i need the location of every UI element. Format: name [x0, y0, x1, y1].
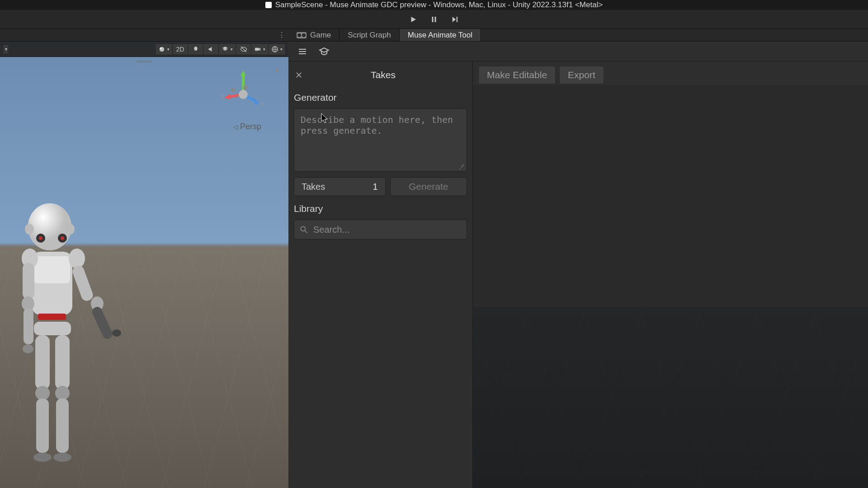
svg-point-16	[231, 88, 236, 92]
muse-toolbar	[288, 42, 868, 61]
make-editable-button[interactable]: Make Editable	[478, 66, 556, 84]
svg-point-47	[53, 453, 71, 462]
hamburger-icon	[297, 46, 308, 57]
svg-rect-27	[34, 256, 70, 283]
camera-dropdown[interactable]: ▾	[251, 43, 269, 55]
pause-button[interactable]	[428, 13, 440, 26]
preview-column: Make Editable Export	[473, 61, 868, 488]
audio-icon	[208, 46, 215, 53]
svg-rect-32	[24, 308, 33, 344]
orientation-gizmo[interactable]: y x z	[221, 70, 266, 115]
projection-label[interactable]: Persp	[233, 122, 261, 131]
takes-title: Takes	[312, 70, 454, 80]
svg-point-14	[239, 90, 248, 99]
overlay-drag-handle[interactable]	[137, 61, 152, 62]
step-button[interactable]	[448, 13, 461, 26]
vr-goggles-icon	[297, 32, 307, 38]
generator-label: Generator	[294, 92, 467, 103]
globe-icon	[271, 46, 278, 53]
svg-point-15	[243, 85, 248, 90]
svg-point-34	[69, 249, 85, 268]
2d-toggle[interactable]: 2D	[173, 43, 188, 55]
layers-icon	[222, 46, 229, 53]
playback-controls	[0, 10, 868, 29]
preview-viewport[interactable]	[473, 85, 868, 488]
svg-point-45	[55, 386, 70, 400]
character-robot	[9, 168, 136, 484]
lighting-toggle[interactable]	[188, 43, 203, 55]
svg-rect-40	[35, 335, 50, 389]
svg-marker-12	[254, 99, 259, 105]
svg-rect-3	[255, 47, 259, 51]
tab-muse-animate[interactable]: Muse Animate Tool	[400, 29, 481, 41]
svg-rect-39	[34, 322, 71, 335]
takes-count-label: Takes	[302, 182, 325, 192]
pause-icon	[430, 15, 438, 23]
svg-text:y: y	[242, 70, 245, 70]
svg-point-21	[39, 236, 42, 240]
search-icon	[299, 225, 308, 234]
tool-dropdown[interactable]: ▾	[3, 44, 9, 54]
svg-point-19	[28, 203, 71, 250]
gizmos-dropdown[interactable]: ▾	[269, 43, 286, 55]
svg-point-41	[35, 386, 50, 400]
preview-ground	[473, 307, 868, 488]
window-title-text: SampleScene - Muse Animate GDC preview -…	[275, 0, 603, 9]
tab-label: Script Graph	[348, 31, 391, 40]
tab-script-graph[interactable]: Script Graph	[340, 29, 399, 41]
unity-logo-icon	[265, 2, 272, 8]
menu-button[interactable]	[297, 46, 308, 57]
learn-button[interactable]	[318, 46, 330, 57]
takes-count-value: 1	[373, 182, 377, 192]
step-forward-icon	[451, 15, 459, 23]
svg-rect-42	[36, 399, 49, 453]
svg-text:z: z	[261, 101, 264, 107]
window-titlebar: SampleScene - Muse Animate GDC preview -…	[0, 0, 868, 10]
svg-point-24	[25, 224, 34, 235]
takes-count-field[interactable]: Takes 1	[294, 177, 386, 196]
hidden-objects-toggle[interactable]	[236, 43, 251, 55]
svg-point-23	[61, 236, 64, 240]
shading-mode-dropdown[interactable]: ▾	[155, 43, 173, 55]
scene-viewport[interactable]: ▾ ▾ 2D ▾	[0, 42, 288, 488]
muse-animate-pane: Takes Generator Takes 1 Generate	[288, 42, 868, 488]
scene-toolbar: ▾ ▾ 2D ▾	[0, 42, 288, 57]
fx-dropdown[interactable]: ▾	[219, 43, 236, 55]
svg-point-53	[301, 226, 305, 231]
svg-rect-46	[56, 399, 69, 453]
play-button[interactable]	[407, 13, 420, 26]
tab-game[interactable]: Game	[288, 29, 340, 41]
generate-button[interactable]: Generate	[390, 177, 467, 196]
lightbulb-icon	[192, 46, 199, 53]
svg-line-54	[305, 231, 307, 233]
svg-rect-30	[23, 263, 34, 299]
svg-point-1	[160, 47, 162, 49]
svg-rect-44	[55, 335, 70, 389]
svg-marker-9	[224, 94, 231, 99]
sphere-icon	[158, 46, 165, 53]
svg-rect-35	[71, 264, 94, 302]
audio-toggle[interactable]	[203, 43, 219, 55]
takes-panel: Takes Generator Takes 1 Generate	[288, 61, 473, 488]
svg-point-0	[160, 47, 165, 52]
library-search-input[interactable]	[294, 220, 467, 239]
tab-label: Muse Animate Tool	[408, 31, 472, 40]
svg-point-25	[66, 224, 75, 235]
prompt-input[interactable]	[294, 108, 467, 172]
tab-strip: ⋮ Game Script Graph Muse Animate Tool	[0, 29, 868, 42]
svg-point-33	[23, 344, 33, 353]
export-button[interactable]: Export	[559, 66, 604, 84]
close-panel-button[interactable]	[294, 70, 304, 80]
play-icon	[409, 15, 417, 23]
camera-icon	[254, 46, 261, 53]
library-label: Library	[294, 203, 467, 214]
svg-text:x: x	[222, 93, 224, 99]
close-icon	[295, 71, 303, 79]
svg-marker-6	[241, 70, 246, 76]
eye-off-icon	[240, 46, 247, 53]
lock-icon[interactable]	[274, 67, 280, 73]
tab-label: Game	[310, 31, 331, 40]
svg-point-38	[112, 329, 121, 337]
scene-options-kebab-icon[interactable]: ⋮	[278, 31, 285, 39]
svg-point-43	[33, 453, 52, 462]
